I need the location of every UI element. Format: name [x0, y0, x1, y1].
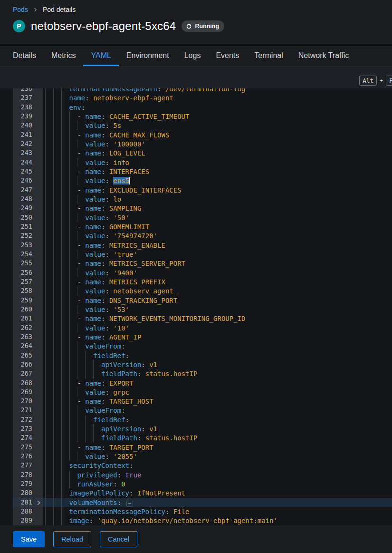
tab-terminal[interactable]: Terminal [247, 46, 290, 66]
code-line[interactable]: 239 - name: CACHE_ACTIVE_TIMEOUT [0, 112, 392, 121]
code-line-content: fieldRef: [43, 415, 392, 424]
code-line[interactable]: 255 - name: METRICS_SERVER_PORT [0, 259, 392, 268]
code-line[interactable]: 251 - name: GOMEMLIMIT [0, 222, 392, 231]
line-number: 278 [21, 471, 32, 478]
code-token: TARGET_PORT [109, 444, 153, 451]
code-token [45, 480, 77, 488]
tab-logs[interactable]: Logs [177, 46, 209, 66]
code-line[interactable]: 289 image: 'quay.io/netobserv/netobserv-… [0, 516, 392, 525]
line-number-gutter: 288 [13, 507, 43, 516]
code-line[interactable]: 250 value: '50' [0, 213, 392, 222]
code-line[interactable]: 260 value: '53' [0, 305, 392, 314]
code-text: image: 'quay.io/netobserv/netobserv-ebpf… [45, 517, 277, 524]
code-text: apiVersion: v1 [45, 361, 157, 369]
code-token: value [85, 177, 105, 184]
code-line[interactable]: 266 apiVersion: v1 [0, 360, 392, 369]
code-line[interactable]: 243 - name: LOG_LEVEL [0, 148, 392, 157]
code-line[interactable]: 261 - name: NETWORK_EVENTS_MONITORING_GR… [0, 314, 392, 323]
code-token [105, 223, 109, 231]
code-line[interactable]: 247 - name: EXCLUDE_INTERFACES [0, 185, 392, 194]
line-number: 276 [21, 452, 32, 460]
code-line[interactable]: 270 - name: TARGET_HOST [0, 397, 392, 406]
code-line[interactable]: 274 fieldPath: status.hostIP [0, 433, 392, 442]
code-line[interactable]: 258 value: netobserv_agent_ [0, 286, 392, 295]
line-number-gutter: 245 [13, 167, 43, 176]
breadcrumb-item-pods[interactable]: Pods [13, 6, 28, 13]
code-token: terminationMessagePolicy [69, 508, 165, 515]
code-token: env [69, 104, 81, 111]
code-line[interactable]: 271 valueFrom: [0, 406, 392, 415]
code-line[interactable]: 238 env: [0, 103, 392, 112]
code-line[interactable]: 265 fieldRef: [0, 351, 392, 360]
code-token [105, 260, 109, 267]
code-line[interactable]: 263 - name: AGENT_IP [0, 332, 392, 341]
cancel-button[interactable]: Cancel [100, 531, 137, 547]
code-line[interactable]: 257 - name: METRICS_PREFIX [0, 277, 392, 286]
code-line[interactable]: 240 value: 5s [0, 121, 392, 130]
code-token: : [125, 352, 129, 359]
code-line[interactable]: 259 - name: DNS_TRACKING_PORT [0, 296, 392, 305]
tab-environment[interactable]: Environment [119, 46, 177, 66]
yaml-editor[interactable]: 236 terminationMessagePath: /dev/termina… [0, 88, 392, 525]
code-line[interactable]: 269 value: grpc [0, 388, 392, 397]
code-line[interactable]: 256 value: '9400' [0, 268, 392, 277]
code-token: LOG_LEVEL [109, 149, 145, 157]
code-line[interactable]: 275 - name: TARGET_PORT [0, 443, 392, 452]
code-token [45, 214, 85, 222]
code-line[interactable]: 277 securityContext: [0, 461, 392, 470]
code-token [141, 370, 145, 378]
code-line[interactable]: 280 imagePullPolicy: IfNotPresent [0, 488, 392, 497]
code-line[interactable]: 252 value: '754974720' [0, 231, 392, 240]
code-token: : [105, 232, 109, 240]
save-button[interactable]: Save [13, 531, 45, 547]
tab-events[interactable]: Events [208, 46, 247, 66]
keycap-alt: Alt [359, 76, 377, 86]
line-number-gutter: 255 [13, 259, 43, 268]
code-line-content: - name: METRICS_PREFIX [43, 277, 392, 286]
code-token: - [77, 204, 85, 212]
code-line[interactable]: 281 volumeMounts: ⋯ [0, 498, 392, 507]
code-line[interactable]: 267 fieldPath: status.hostIP [0, 369, 392, 378]
line-number: 242 [21, 140, 32, 147]
tab-network-traffic[interactable]: Network Traffic [291, 46, 356, 66]
code-line[interactable]: 268 - name: EXPORT [0, 378, 392, 388]
line-number: 266 [21, 360, 32, 368]
code-line[interactable]: 254 value: 'true' [0, 250, 392, 259]
code-token: /dev/termination-log [165, 88, 246, 93]
code-token [45, 499, 69, 506]
code-line[interactable]: 272 fieldRef: [0, 415, 392, 424]
tab-details[interactable]: Details [5, 46, 44, 66]
code-line[interactable]: 248 value: lo [0, 194, 392, 204]
code-line[interactable]: 245 - name: INTERFACES [0, 167, 392, 176]
code-line[interactable]: 236 terminationMessagePath: /dev/termina… [0, 88, 392, 93]
code-token: value [85, 159, 105, 166]
line-number: 237 [21, 94, 32, 101]
keycap-f1: F1 [386, 76, 392, 86]
code-line[interactable]: 249 - name: SAMPLING [0, 204, 392, 213]
code-line[interactable]: 264 valueFrom: [0, 341, 392, 350]
code-line[interactable]: 288 terminationMessagePolicy: File [0, 507, 392, 516]
code-text: value: '10' [45, 324, 129, 332]
code-line[interactable]: 246 value: ens5 [0, 176, 392, 185]
code-token: : [105, 177, 109, 184]
code-token: grpc [113, 388, 129, 396]
code-line[interactable]: 253 - name: METRICS_ENABLE [0, 241, 392, 250]
code-line[interactable]: 237 name: netobserv-ebpf-agent [0, 93, 392, 102]
code-line[interactable]: 273 apiVersion: v1 [0, 424, 392, 433]
code-line[interactable]: 242 value: '100000' [0, 139, 392, 148]
code-line[interactable]: 279 runAsUser: 0 [0, 479, 392, 488]
tab-yaml[interactable]: YAML [83, 46, 118, 66]
reload-button[interactable]: Reload [53, 531, 91, 547]
code-text: - name: INTERFACES [45, 168, 149, 175]
code-token [105, 444, 109, 451]
code-line[interactable]: 278 privileged: true [0, 470, 392, 479]
code-line[interactable]: 276 value: '2055' [0, 452, 392, 461]
code-line[interactable]: 262 value: '10' [0, 323, 392, 332]
code-line[interactable]: 241 - name: CACHE_MAX_FLOWS [0, 130, 392, 139]
line-number: 263 [21, 333, 32, 340]
code-text: - name: TARGET_HOST [45, 398, 153, 405]
code-text: value: '53' [45, 306, 129, 313]
line-number: 251 [21, 223, 32, 230]
tab-metrics[interactable]: Metrics [44, 46, 84, 66]
code-line[interactable]: 244 value: info [0, 158, 392, 167]
